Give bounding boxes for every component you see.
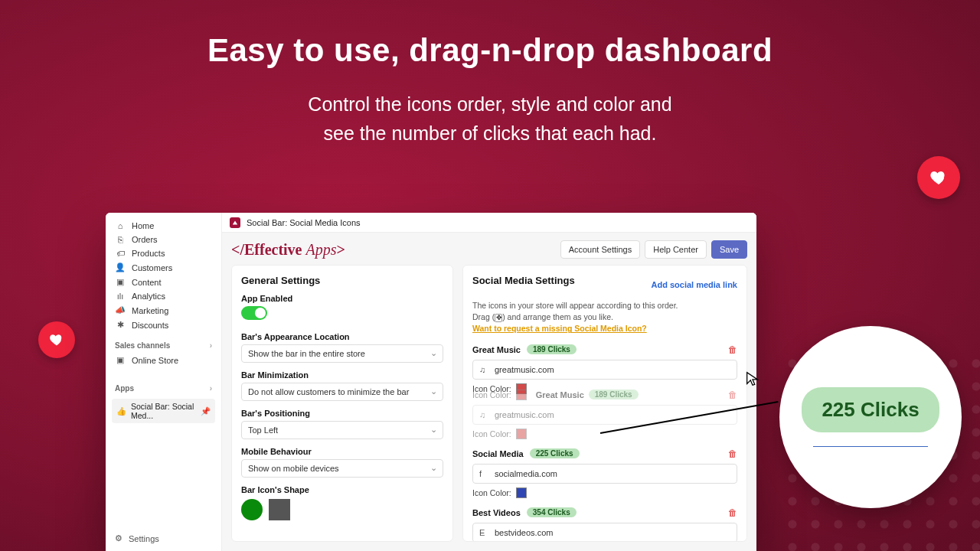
- callout-underline: [813, 446, 928, 447]
- mobile-behaviour-select[interactable]: Show on mobile devices: [241, 459, 443, 478]
- gear-icon: ⚙: [115, 533, 122, 543]
- marketing-headline: Easy to use, drag-n-drop dashboard: [0, 0, 980, 69]
- shape-option-square[interactable]: [269, 499, 290, 520]
- bar-minimization-select[interactable]: Do not allow customers to minimize the b…: [241, 383, 443, 401]
- brand-bracket-open: <: [231, 241, 240, 258]
- nav-online-store[interactable]: ▣Online Store: [106, 353, 221, 367]
- nav-customers[interactable]: 👤Customers: [106, 260, 221, 275]
- nav-label: Online Store: [132, 356, 178, 365]
- chevron-right-icon: ›: [210, 341, 212, 350]
- brand-apps: Apps: [305, 241, 336, 258]
- megaphone-icon: 📣: [115, 305, 126, 315]
- account-settings-button[interactable]: Account Settings: [560, 240, 641, 259]
- clicks-badge: 189 Clicks: [527, 344, 577, 354]
- app-title: Social Bar: Social Media Icons: [247, 218, 361, 227]
- pin-icon[interactable]: 📌: [201, 406, 211, 416]
- social-url-input[interactable]: E: [472, 523, 737, 542]
- general-settings-card: General Settings App Enabled Bar's Appea…: [231, 265, 453, 542]
- heart-icon: [929, 168, 948, 187]
- section-label: Apps: [115, 384, 134, 393]
- clicks-callout-bubble: 225 Clicks: [779, 326, 962, 508]
- sidebar: ⌂Home ⎘Orders 🏷Products 👤Customers ▣Cont…: [106, 213, 222, 551]
- marketing-subhead: Control the icons order, style and color…: [0, 90, 980, 148]
- nav-label: Orders: [132, 235, 158, 244]
- brand-logo: </Effective Apps>: [231, 241, 345, 259]
- social-media-settings-card: Social Media Settings Add social media l…: [462, 265, 747, 542]
- social-url-field[interactable]: [493, 364, 730, 375]
- discount-icon: ✱: [115, 320, 126, 330]
- user-icon: 👤: [115, 262, 126, 272]
- home-icon: ⌂: [115, 221, 126, 230]
- platform-icon: E: [479, 528, 488, 537]
- social-help-text: The icons in your store will appear acco…: [472, 300, 737, 335]
- social-row-name: Best Videos: [472, 508, 521, 517]
- shape-option-circle[interactable]: [241, 499, 263, 520]
- social-url-input[interactable]: ♫: [472, 360, 737, 380]
- social-row[interactable]: Great Music 189 Clicks 🗑 ♫ Icon Color:: [472, 344, 737, 394]
- save-button[interactable]: Save: [711, 240, 747, 259]
- appearance-location-label: Bar's Appearance Location: [241, 332, 443, 341]
- social-row[interactable]: Best Videos 354 Clicks 🗑 E Icon Color:: [472, 507, 737, 542]
- sidebar-app-social-bar[interactable]: 👍 Social Bar: Social Med... 📌: [112, 399, 215, 423]
- color-swatch[interactable]: [516, 390, 527, 400]
- social-row-name: Great Music: [536, 390, 584, 399]
- settings-label: Settings: [129, 534, 159, 543]
- mobile-behaviour-label: Mobile Behaviour: [241, 447, 443, 456]
- store-icon: ▣: [115, 355, 126, 365]
- social-url-input[interactable]: f: [472, 464, 737, 484]
- nav-content[interactable]: ▣Content: [106, 275, 221, 289]
- subhead-line-2: see the number of clicks that each had.: [324, 122, 657, 144]
- heart-badge-right: [917, 156, 960, 199]
- color-swatch[interactable]: [516, 487, 527, 498]
- nav-label: Analytics: [132, 292, 165, 301]
- icon-color-label: Icon Color:: [472, 429, 511, 439]
- apps-header[interactable]: Apps ›: [106, 378, 221, 396]
- nav-label: Discounts: [132, 321, 168, 330]
- nav-discounts[interactable]: ✱Discounts: [106, 318, 221, 332]
- main-area: Social Bar: Social Media Icons </Effecti…: [222, 213, 756, 551]
- nav-home[interactable]: ⌂Home: [106, 219, 221, 233]
- nav-marketing[interactable]: 📣Marketing: [106, 303, 221, 318]
- toolbar: </Effective Apps> Account Settings Help …: [222, 233, 756, 265]
- social-row-name: Great Music: [472, 345, 521, 354]
- icon-color-label: Icon Color:: [472, 488, 511, 497]
- brand-bracket-close: >: [336, 241, 345, 258]
- help-center-button[interactable]: Help Center: [645, 240, 707, 259]
- cursor-icon: [744, 370, 761, 387]
- app-enabled-toggle[interactable]: [241, 306, 267, 320]
- bar-minimization-label: Bar Minimization: [241, 370, 443, 380]
- primary-nav: ⌂Home ⎘Orders 🏷Products 👤Customers ▣Cont…: [106, 213, 221, 335]
- delete-row-button[interactable]: 🗑: [728, 344, 737, 355]
- social-row[interactable]: Social Media 225 Clicks 🗑 f Icon Color:: [472, 448, 737, 498]
- bar-positioning-select[interactable]: Top Left: [241, 421, 443, 439]
- sales-channels-header[interactable]: Sales channels ›: [106, 335, 221, 353]
- heart-icon: [49, 332, 64, 347]
- bar-positioning-label: Bar's Positioning: [241, 409, 443, 418]
- color-swatch[interactable]: [516, 429, 527, 439]
- social-url-field[interactable]: [493, 409, 730, 420]
- delete-row-button[interactable]: 🗑: [728, 507, 737, 518]
- app-enabled-label: App Enabled: [241, 294, 443, 303]
- delete-row-button[interactable]: 🗑: [728, 390, 737, 400]
- request-missing-icon-link[interactable]: Want to request a missing Social Media I…: [472, 324, 647, 333]
- thumbs-up-icon: 👍: [116, 406, 126, 416]
- add-social-link[interactable]: Add social media link: [652, 280, 737, 289]
- help-line-2-pre: Drag (: [472, 312, 495, 321]
- nav-orders[interactable]: ⎘Orders: [106, 233, 221, 246]
- clicks-callout-value: 225 Clicks: [802, 387, 939, 432]
- move-icon: ✥: [495, 314, 502, 322]
- clicks-badge: 354 Clicks: [527, 507, 577, 517]
- nav-label: Marketing: [132, 306, 168, 315]
- platform-icon: ♫: [479, 410, 488, 419]
- nav-label: Content: [132, 278, 162, 287]
- social-url-field[interactable]: [493, 527, 730, 538]
- section-label: Sales channels: [115, 341, 170, 350]
- nav-products[interactable]: 🏷Products: [106, 246, 221, 260]
- nav-analytics[interactable]: ılıAnalytics: [106, 289, 221, 303]
- content-icon: ▣: [115, 277, 126, 287]
- tag-icon: 🏷: [115, 249, 126, 258]
- appearance-location-select[interactable]: Show the bar in the entire store: [241, 344, 443, 363]
- social-url-field[interactable]: [493, 468, 730, 479]
- nav-settings[interactable]: ⚙ Settings: [106, 526, 221, 551]
- delete-row-button[interactable]: 🗑: [728, 448, 737, 459]
